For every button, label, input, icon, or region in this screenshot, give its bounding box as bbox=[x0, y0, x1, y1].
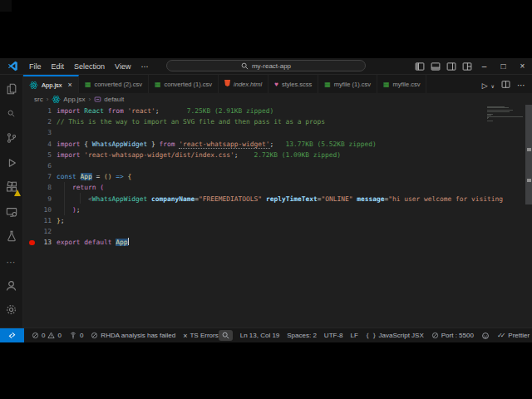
activity-account-button[interactable] bbox=[2, 275, 22, 296]
activity-search-button[interactable] bbox=[2, 104, 22, 125]
tab-label: myfile.csv bbox=[393, 81, 421, 88]
line-gutter[interactable]: 9 bbox=[23, 194, 52, 204]
line-gutter[interactable]: 8 bbox=[23, 182, 52, 193]
tab-converted-1-.csv[interactable]: ▦converted (1).csv bbox=[149, 75, 219, 93]
text-cursor bbox=[128, 238, 129, 245]
customize-layout-button[interactable] bbox=[459, 58, 475, 74]
line-gutter[interactable]: 3 bbox=[23, 127, 52, 138]
tab-myfile-1-.csv[interactable]: ▦myfile (1).csv bbox=[318, 75, 377, 93]
line-gutter[interactable]: 11 bbox=[23, 215, 52, 226]
line-gutter[interactable]: 6 bbox=[23, 160, 52, 171]
code-line[interactable]: 11}; bbox=[23, 215, 532, 226]
code-line[interactable]: 9 <WhatsAppWidget companyName="FREEMEDIA… bbox=[23, 194, 532, 204]
status-encoding[interactable]: UTF-8 bbox=[324, 332, 343, 339]
code-line[interactable]: 7const App = () => { bbox=[23, 171, 532, 182]
minimap[interactable] bbox=[487, 106, 524, 122]
minimize-button[interactable]: – bbox=[475, 58, 494, 74]
code-line[interactable]: 13export default App bbox=[23, 237, 532, 248]
toggle-panel-button[interactable] bbox=[427, 58, 443, 74]
breakpoint-icon[interactable] bbox=[29, 240, 35, 246]
code-line[interactable]: 10 ); bbox=[23, 204, 532, 215]
run-button[interactable]: ▷ bbox=[482, 76, 488, 91]
tab-converted-2-.csv[interactable]: ▦converted (2).csv bbox=[79, 75, 149, 93]
code-line[interactable]: 2// This is the way to import an SVG fil… bbox=[23, 116, 532, 127]
breadcrumb[interactable]: src›App.jsx›default bbox=[23, 93, 532, 105]
status-indentation[interactable]: Spaces: 2 bbox=[287, 332, 317, 339]
status-remote-indicator[interactable] bbox=[0, 328, 24, 342]
editor-scrollbar[interactable] bbox=[525, 105, 532, 204]
code-line[interactable]: 6 bbox=[23, 160, 532, 171]
status-right: Ln 13, Col 19Spaces: 2UTF-8LF{ }JavaScri… bbox=[219, 330, 532, 341]
status-prettier[interactable]: ✓✓Prettier bbox=[497, 332, 530, 339]
line-gutter[interactable]: 13 bbox=[23, 237, 52, 248]
csv-file-icon: ▦ bbox=[383, 81, 390, 88]
code-line[interactable]: 8 return ( bbox=[23, 182, 532, 193]
activity-explorer-button[interactable] bbox=[2, 79, 22, 100]
line-gutter[interactable]: 7 bbox=[23, 171, 52, 182]
menu-bar: FileEditSelectionView⋯ bbox=[24, 58, 153, 74]
csv-file-icon: ▦ bbox=[155, 81, 161, 88]
toggle-secondary-sidebar-button[interactable] bbox=[443, 58, 459, 74]
menu-item-view[interactable]: View bbox=[110, 62, 135, 71]
maximize-button[interactable]: □ bbox=[494, 58, 513, 74]
line-gutter[interactable]: 1 bbox=[23, 106, 52, 116]
breadcrumb-item-default[interactable]: default bbox=[94, 96, 124, 103]
line-gutter[interactable]: 5 bbox=[23, 150, 52, 160]
tab-styles.scss[interactable]: ♥styles.scss bbox=[268, 75, 318, 93]
close-button[interactable]: × bbox=[513, 58, 532, 74]
status-cursor-position[interactable]: Ln 13, Col 19 bbox=[240, 332, 280, 339]
minimap-line bbox=[487, 107, 509, 108]
close-tab-icon[interactable]: × bbox=[68, 81, 72, 89]
code-text: ); bbox=[52, 204, 81, 215]
activity-remote-window-button[interactable] bbox=[2, 202, 22, 223]
tab-label: converted (2).csv bbox=[94, 81, 142, 88]
activity-source-control-button[interactable] bbox=[2, 128, 22, 149]
status-eol[interactable]: LF bbox=[351, 332, 358, 339]
menu-item-file[interactable]: File bbox=[24, 62, 47, 71]
extensions-warning-badge bbox=[14, 190, 21, 196]
tab-myfile.csv[interactable]: ▦myfile.csv bbox=[377, 75, 426, 93]
breadcrumb-item-src[interactable]: src bbox=[34, 96, 43, 103]
more-actions-button[interactable]: ⋯ bbox=[517, 76, 525, 91]
menu-item-edit[interactable]: Edit bbox=[47, 62, 70, 71]
scss-file-icon: ♥ bbox=[274, 81, 278, 88]
activity-run-debug-button[interactable] bbox=[2, 153, 22, 174]
status-problems[interactable]: 00 bbox=[32, 332, 62, 339]
code-line[interactable]: 5import 'react-whatsapp-widget/dist/inde… bbox=[23, 150, 532, 160]
line-number: 9 bbox=[23, 194, 52, 204]
tab-index.html[interactable]: index.html bbox=[219, 75, 268, 93]
code-text: import { WhatsAppWidget } from 'react-wh… bbox=[52, 139, 377, 150]
code-line[interactable]: 3 bbox=[23, 127, 532, 138]
code-line[interactable]: 4import { WhatsAppWidget } from 'react-w… bbox=[23, 139, 532, 150]
braces-icon: { } bbox=[366, 332, 377, 339]
code-text: return ( bbox=[52, 182, 104, 193]
status-feedback[interactable] bbox=[481, 332, 490, 340]
status-forwarded-ports[interactable]: 0 bbox=[69, 332, 83, 340]
line-number: 3 bbox=[23, 127, 52, 138]
menu-item-[interactable]: ⋯ bbox=[135, 62, 153, 71]
toggle-sidebar-button[interactable] bbox=[411, 58, 427, 74]
split-editor-button[interactable] bbox=[501, 80, 510, 89]
activity-more-button[interactable]: ⋯ bbox=[2, 251, 22, 272]
line-gutter[interactable]: 4 bbox=[23, 139, 52, 150]
activity-extensions-button[interactable] bbox=[2, 177, 22, 198]
status-rhda-analysis[interactable]: RHDA analysis has failed bbox=[91, 332, 175, 339]
command-center-search[interactable]: my-react-app bbox=[166, 60, 366, 71]
minimap-line bbox=[487, 121, 493, 121]
status-search[interactable] bbox=[219, 330, 233, 341]
tab-label: converted (1).csv bbox=[165, 81, 213, 88]
code-editor[interactable]: 1import React from 'react'; 7.25KB (2.91… bbox=[23, 105, 532, 328]
line-gutter[interactable]: 10 bbox=[23, 204, 52, 215]
status-ts-errors[interactable]: ×TS Errors bbox=[183, 332, 219, 340]
tab-app.jsx[interactable]: App.jsx× bbox=[23, 75, 79, 93]
activity-settings-button[interactable] bbox=[2, 300, 22, 321]
code-line[interactable]: 1import React from 'react'; 7.25KB (2.91… bbox=[23, 106, 532, 116]
status-live-server-port[interactable]: Port : 5500 bbox=[431, 332, 474, 339]
menu-item-selection[interactable]: Selection bbox=[69, 62, 110, 71]
line-gutter[interactable]: 12 bbox=[23, 226, 52, 237]
line-gutter[interactable]: 2 bbox=[23, 116, 52, 127]
status-language-mode[interactable]: { }JavaScript JSX bbox=[366, 332, 424, 339]
activity-testing-button[interactable] bbox=[2, 226, 22, 247]
code-line[interactable]: 12 bbox=[23, 226, 532, 237]
breadcrumb-item-app-jsx[interactable]: App.jsx bbox=[52, 95, 85, 104]
